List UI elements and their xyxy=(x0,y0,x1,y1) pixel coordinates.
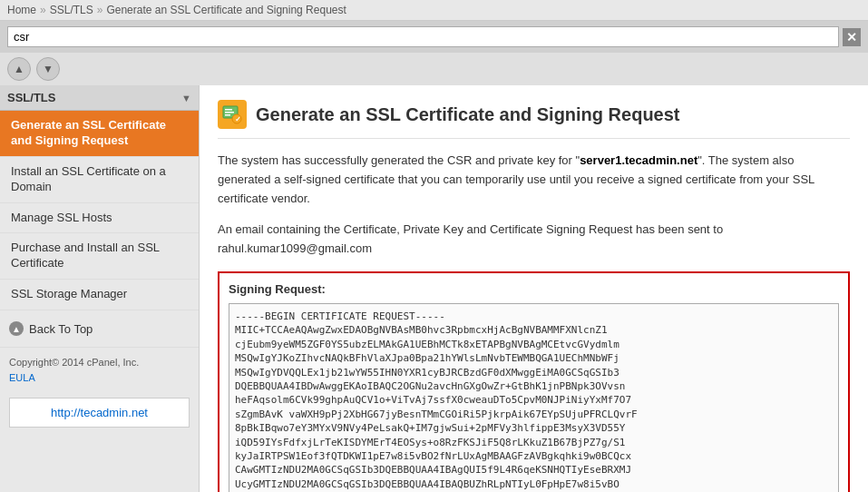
sidebar-item-label: Purchase and Install an SSL Certificate xyxy=(11,241,160,270)
page-title-icon: ✓ xyxy=(218,100,247,129)
signing-request-container: Signing Request: xyxy=(218,271,850,492)
page-title: Generate an SSL Certificate and Signing … xyxy=(256,104,680,125)
sidebar-item-purchase-ssl[interactable]: Purchase and Install an SSL Certificate xyxy=(0,233,199,280)
current-page-label: Generate an SSL Certificate and Signing … xyxy=(106,4,346,16)
signing-request-label: Signing Request: xyxy=(229,282,839,296)
up-circle-icon: ▲ xyxy=(9,321,24,336)
chevron-down-icon: ▼ xyxy=(181,93,191,103)
svg-rect-1 xyxy=(225,109,232,111)
server-name: server1.tecadmin.net xyxy=(580,153,697,167)
main-layout: SSL/TLS ▼ Generate an SSL Certificate an… xyxy=(0,85,868,492)
back-to-top[interactable]: ▲ Back To Top xyxy=(9,318,190,339)
nav-back-button[interactable]: ▲ xyxy=(7,57,31,81)
sidebar-item-label: SSL Storage Manager xyxy=(11,287,127,300)
svg-rect-3 xyxy=(225,114,230,116)
nav-forward-button[interactable]: ▼ xyxy=(36,57,60,81)
svg-rect-2 xyxy=(225,112,234,113)
eula-link[interactable]: EULA xyxy=(9,372,35,383)
tecadmin-url: http://tecadmin.net xyxy=(51,406,148,419)
sidebar-item-label: Generate an SSL Certificate and Signing … xyxy=(11,118,166,147)
home-link[interactable]: Home xyxy=(7,4,36,16)
copyright-text: Copyright© 2014 cPanel, Inc. xyxy=(9,357,139,368)
nav-arrows: ▲ ▼ xyxy=(0,53,868,85)
main-content: ✓ Generate an SSL Certificate and Signin… xyxy=(200,85,868,492)
sidebar-section-header[interactable]: SSL/TLS ▼ xyxy=(0,85,199,111)
tecadmin-link[interactable]: http://tecadmin.net xyxy=(9,398,190,428)
sidebar-item-label: Manage SSL Hosts xyxy=(11,211,112,224)
sidebar-item-label: Install an SSL Certificate on a Domain xyxy=(11,164,166,193)
svg-text:✓: ✓ xyxy=(235,115,241,123)
back-to-top-item[interactable]: ▲ Back To Top xyxy=(0,310,199,348)
email-message: An email containing the Certificate, Pri… xyxy=(218,221,850,259)
success-message: The system has successfully generated th… xyxy=(218,152,850,208)
copyright-section: Copyright© 2014 cPanel, Inc. EULA xyxy=(0,348,199,392)
breadcrumb-separator-2: » xyxy=(97,4,103,16)
breadcrumb: Home » SSL/TLS » Generate an SSL Certifi… xyxy=(0,0,868,21)
page-title-section: ✓ Generate an SSL Certificate and Signin… xyxy=(218,100,850,139)
sidebar: SSL/TLS ▼ Generate an SSL Certificate an… xyxy=(0,85,200,492)
sidebar-section-label: SSL/TLS xyxy=(7,91,55,104)
ssl-tls-link[interactable]: SSL/TLS xyxy=(50,4,93,16)
success-text-part1: The system has successfully generated th… xyxy=(218,153,580,167)
breadcrumb-separator-1: » xyxy=(40,4,46,16)
clear-search-button[interactable]: ✕ xyxy=(843,28,861,46)
sidebar-item-generate-ssl[interactable]: Generate an SSL Certificate and Signing … xyxy=(0,111,199,157)
signing-request-textarea[interactable] xyxy=(229,303,839,492)
sidebar-item-ssl-storage[interactable]: SSL Storage Manager xyxy=(0,280,199,310)
back-to-top-label: Back To Top xyxy=(29,322,93,336)
search-bar: ✕ xyxy=(0,21,868,53)
sidebar-item-manage-ssl[interactable]: Manage SSL Hosts xyxy=(0,203,199,234)
email-message-text: An email containing the Certificate, Pri… xyxy=(218,222,723,255)
search-input[interactable] xyxy=(7,26,839,47)
sidebar-item-install-ssl[interactable]: Install an SSL Certificate on a Domain xyxy=(0,157,199,203)
